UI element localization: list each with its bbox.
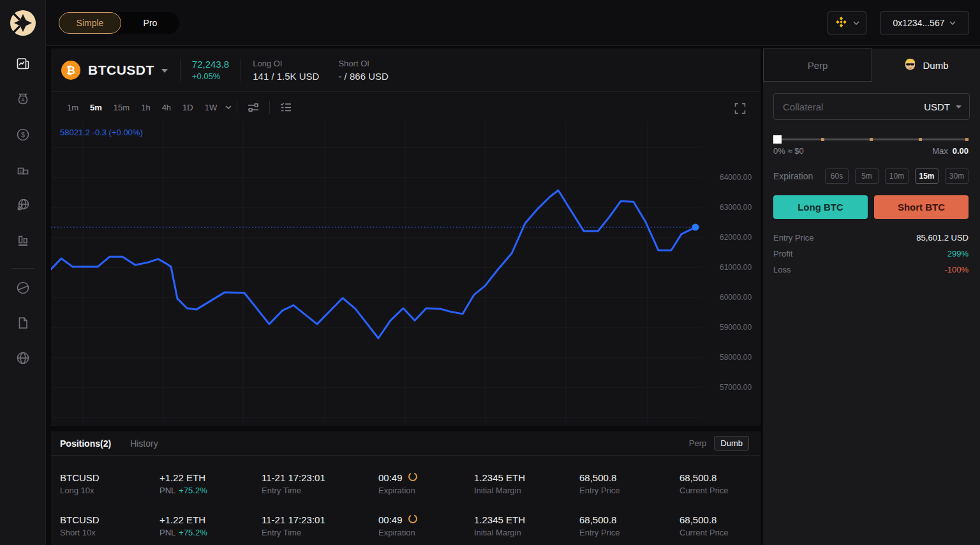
entry-time-label: Entry Time: [262, 528, 378, 537]
expiration-30m-button[interactable]: 30m: [945, 168, 969, 184]
slider-tick-75[interactable]: [919, 138, 922, 141]
price-chart[interactable]: [51, 121, 702, 422]
bar-stats-icon[interactable]: [15, 232, 31, 248]
tab-perp[interactable]: Perp: [763, 49, 872, 82]
expiration-15m-button[interactable]: 15m: [915, 168, 939, 184]
svg-text:1: 1: [20, 169, 22, 174]
position-margin: 1.2345 ETH: [474, 471, 579, 484]
filter-dumb[interactable]: Dumb: [714, 436, 749, 451]
mode-toggle: Simple Pro: [59, 12, 179, 34]
tab-dumb[interactable]: Dumb: [872, 49, 980, 82]
sidebar-divider: [11, 268, 34, 269]
entry-time-label: Entry Time: [262, 486, 378, 495]
slider-handle[interactable]: [773, 135, 782, 144]
slider-max-label: Max: [932, 146, 948, 156]
brand-logo[interactable]: [9, 9, 37, 37]
chart-settings-icon[interactable]: [246, 100, 260, 114]
loss-value: -100%: [944, 265, 969, 274]
current-price-label: Current Price: [679, 486, 761, 495]
tab-history[interactable]: History: [130, 438, 158, 449]
profit-label: Profit: [773, 249, 792, 258]
mode-pro-button[interactable]: Pro: [121, 12, 179, 34]
order-panel: Perp Dumb USDT: [763, 49, 980, 545]
sidebar: A $ 1: [0, 0, 46, 545]
expiration-5m-button[interactable]: 5m: [855, 168, 879, 184]
market-bar: ₿ BTCUSDT 72,243.8 +0.05% Long OI 141 / …: [51, 49, 761, 92]
document-icon[interactable]: [15, 315, 31, 331]
slider-tick-100[interactable]: [965, 138, 969, 141]
svg-text:A: A: [21, 97, 25, 103]
position-margin: 1.2345 ETH: [474, 513, 579, 526]
wallet-button[interactable]: 0x1234...567: [880, 11, 969, 34]
timeframe-15m[interactable]: 15m: [108, 103, 135, 112]
entry-price-label: Entry Price: [773, 233, 814, 243]
leverage-slider[interactable]: [773, 135, 969, 144]
pair-selector[interactable]: BTCUSDT: [88, 63, 154, 78]
tab-positions[interactable]: Positions(2): [60, 438, 111, 449]
price-axis-tick: 61000.00: [720, 263, 752, 272]
price-axis[interactable]: 64000.0063000.0062000.0061000.0060000.00…: [702, 121, 761, 422]
long-oi-value: 141 / 1.5K USD: [253, 71, 319, 82]
position-size: +1.22 ETH: [160, 471, 262, 484]
svg-text:₿: ₿: [66, 64, 75, 77]
network-selector[interactable]: [828, 11, 866, 34]
order-info: Entry Price 85,601.2 USD Profit 299% Los…: [773, 230, 969, 278]
countdown-spinner-icon: [408, 472, 418, 484]
pnl-prefix: PNL: [160, 486, 175, 495]
timeframe-5m[interactable]: 5m: [84, 103, 108, 112]
expiration-label: Expiration: [378, 528, 474, 537]
btc-icon: ₿: [61, 61, 80, 80]
trade-buttons: Long BTC Short BTC: [773, 195, 969, 219]
slider-tick-25[interactable]: [821, 138, 824, 141]
globe-arrow-icon[interactable]: [15, 197, 31, 213]
timeframe-1h[interactable]: 1h: [135, 103, 156, 112]
loss-label: Loss: [773, 265, 791, 274]
wallet-address: 0x1234...567: [893, 18, 945, 28]
mode-simple-button[interactable]: Simple: [59, 12, 121, 34]
position-row: BTCUSD Long 10x +1.22 ETH PNL+75.2% 11-2…: [51, 462, 761, 504]
slider-max-value: 0.00: [953, 146, 969, 156]
entry-price-value: 85,601.2 USD: [916, 233, 969, 243]
position-entry-time: 11-21 17:23:01: [262, 471, 378, 484]
timeframe-1W[interactable]: 1W: [199, 103, 223, 112]
position-expiration: 00:49: [378, 472, 403, 483]
position-entry-price: 68,500.8: [579, 471, 679, 484]
dollar-circle-icon[interactable]: $: [15, 127, 31, 142]
long-button[interactable]: Long BTC: [773, 195, 868, 219]
chevron-down-icon[interactable]: [161, 64, 168, 76]
chevron-down-icon: [955, 105, 961, 108]
expiration-60s-button[interactable]: 60s: [825, 168, 849, 184]
current-price-label: Current Price: [679, 528, 761, 537]
price-axis-tick: 64000.00: [720, 173, 752, 182]
price-axis-tick: 59000.00: [720, 323, 752, 332]
divider: [237, 101, 237, 114]
trade-chart-icon[interactable]: [15, 56, 31, 71]
leaderboard-icon[interactable]: 1: [15, 162, 31, 177]
position-pnl: +75.2%: [179, 528, 207, 537]
expiration-10m-button[interactable]: 10m: [885, 168, 909, 184]
timeframe-1D[interactable]: 1D: [177, 103, 199, 112]
timeframe-1m[interactable]: 1m: [61, 103, 84, 112]
initial-margin-label: Initial Margin: [474, 528, 579, 537]
filter-perp[interactable]: Perp: [689, 438, 706, 448]
divider: [180, 59, 181, 81]
planet-icon[interactable]: [15, 280, 31, 295]
globe-icon[interactable]: [15, 350, 31, 366]
indicators-list-icon[interactable]: [279, 100, 293, 114]
profit-value: 299%: [947, 249, 969, 258]
position-symbol: BTCUSD: [60, 471, 160, 484]
fullscreen-icon[interactable]: [734, 102, 746, 115]
market-price: 72,243.8: [192, 59, 229, 70]
short-button[interactable]: Short BTC: [874, 195, 969, 219]
chevron-down-icon[interactable]: [225, 105, 232, 109]
slider-tick-50[interactable]: [870, 138, 873, 141]
entry-price-label: Entry Price: [579, 528, 679, 537]
timeframe-4h[interactable]: 4h: [156, 103, 177, 112]
collateral-currency-selector[interactable]: USDT: [924, 101, 961, 112]
position-row: BTCUSD Short 10x +1.22 ETH PNL+75.2% 11-…: [51, 504, 761, 545]
svg-text:$: $: [21, 131, 25, 138]
collateral-input[interactable]: [774, 94, 924, 119]
money-bag-icon[interactable]: A: [15, 91, 31, 107]
slider-labels: 0% ≈ $0 Max0.00: [773, 146, 969, 156]
countdown-spinner-icon: [408, 514, 418, 526]
